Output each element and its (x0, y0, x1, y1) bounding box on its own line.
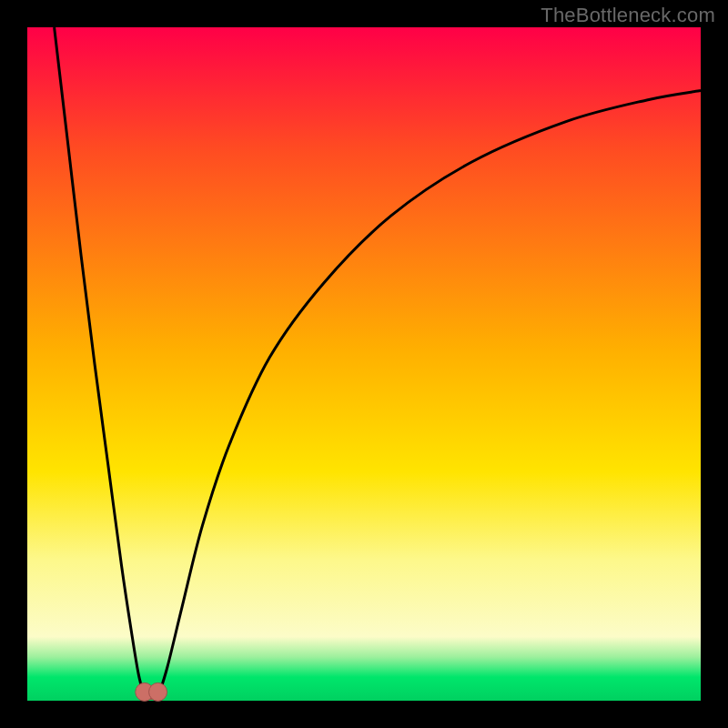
valley-marker-right (149, 682, 167, 701)
chart-stage: TheBottleneck.com (0, 0, 728, 728)
bottleneck-chart (0, 0, 728, 728)
plot-background (27, 27, 701, 701)
watermark-text: TheBottleneck.com (541, 4, 715, 27)
